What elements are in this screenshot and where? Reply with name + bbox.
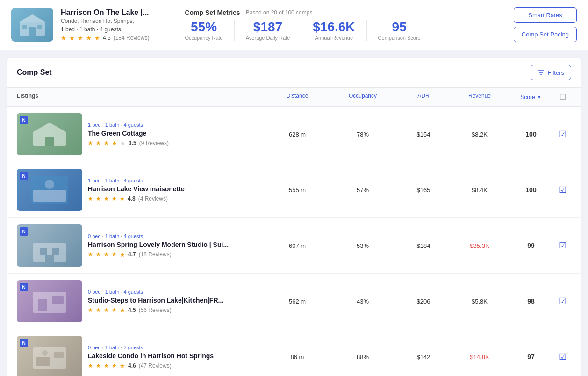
star-1: ★ bbox=[61, 35, 66, 42]
listing-thumb-3: N bbox=[17, 224, 82, 267]
listing-thumb-2: N bbox=[17, 169, 82, 211]
s1: ★ bbox=[88, 362, 93, 369]
listing-thumb-5: N bbox=[17, 336, 82, 376]
r3-adr: $184 bbox=[395, 242, 452, 249]
r2-checkbox[interactable]: ☑ bbox=[554, 185, 571, 195]
table-header: Listings Distance Occupancy ADR Revenue … bbox=[7, 88, 581, 107]
listing-name-2[interactable]: Harrison Lake View maisonette bbox=[88, 185, 265, 193]
r1-score: 100 bbox=[508, 130, 554, 138]
s5: ★ bbox=[120, 140, 126, 147]
s4: ★ bbox=[112, 307, 117, 313]
r2-rating: 4.8 bbox=[128, 195, 136, 202]
listing-info-4: 0 bed · 1 bath · 4 guests Studio-Steps t… bbox=[88, 289, 265, 314]
score-label: Comparison Score bbox=[378, 35, 421, 41]
r4-checkbox[interactable]: ☑ bbox=[554, 296, 571, 306]
listing-rating-3: ★ ★ ★ ★ ★ 4.7 (18 Reviews) bbox=[88, 251, 265, 258]
listing-info-2: 1 bed · 1 bath · 4 guests Harrison Lake … bbox=[88, 178, 265, 202]
r3-reviews: (18 Reviews) bbox=[139, 251, 172, 258]
reviews-count: 184 Reviews bbox=[115, 35, 148, 41]
svg-rect-15 bbox=[40, 248, 47, 255]
filter-icon bbox=[538, 69, 545, 76]
listing-name-4[interactable]: Studio-Steps to Harrison Lake|Kitchen|FR… bbox=[88, 296, 265, 304]
listing-thumb-4: N bbox=[17, 280, 82, 322]
r3-checkbox[interactable]: ☑ bbox=[554, 240, 571, 251]
svg-point-13 bbox=[45, 180, 54, 189]
metrics-based-on: Based on 20 of 100 comps bbox=[246, 9, 313, 16]
listing-left-4: N 0 bed · 1 bath · 4 guests Studio-Steps… bbox=[17, 280, 265, 322]
occupancy-label: Occupancy Rate bbox=[185, 35, 222, 41]
r4-adr: $206 bbox=[395, 298, 452, 305]
col-adr[interactable]: ADR bbox=[395, 93, 452, 101]
svg-marker-1 bbox=[20, 14, 45, 22]
listing-row: N 1 bed · 1 bath · 4 guests Harrison Lak… bbox=[7, 162, 581, 218]
s3: ★ bbox=[104, 307, 109, 313]
col-revenue[interactable]: Revenue bbox=[452, 93, 508, 101]
s1: ★ bbox=[88, 195, 93, 202]
adr-value: $187 bbox=[246, 20, 290, 35]
listing-left-1: N 1 bed · 1 bath · 4 guests The Green Co… bbox=[17, 113, 265, 155]
check-all-checkbox[interactable]: ☐ bbox=[559, 93, 566, 101]
s2: ★ bbox=[96, 307, 101, 313]
s3: ★ bbox=[104, 251, 109, 258]
property-rating-value: 4.5 bbox=[103, 35, 111, 41]
comp-set-pacing-button[interactable]: Comp Set Pacing bbox=[514, 27, 577, 42]
metrics-title-row: Comp Set Metrics Based on 20 of 100 comp… bbox=[185, 9, 312, 16]
listing-name-5[interactable]: Lakeside Condo in Harrison Hot Springs bbox=[88, 352, 265, 360]
s2: ★ bbox=[96, 362, 101, 369]
star-4: ★ bbox=[86, 35, 92, 42]
s1: ★ bbox=[88, 251, 93, 258]
listing-specs-2: 1 bed · 1 bath · 4 guests bbox=[88, 178, 265, 183]
svg-rect-3 bbox=[22, 25, 27, 29]
svg-point-24 bbox=[42, 350, 48, 356]
col-checkbox: ☐ bbox=[554, 93, 571, 101]
listing-info-3: 0 bed · 1 bath · 4 guests Harrison Sprin… bbox=[88, 233, 265, 258]
metrics-row: 55% Occupancy Rate $187 Average Daily Ra… bbox=[185, 20, 431, 41]
r5-occupancy: 88% bbox=[330, 354, 395, 361]
occupancy-value: 55% bbox=[185, 20, 222, 35]
listing-name-1[interactable]: The Green Cottage bbox=[88, 130, 265, 137]
property-thumb-art bbox=[11, 8, 53, 42]
metrics-section: Comp Set Metrics Based on 20 of 100 comp… bbox=[185, 9, 431, 41]
s4: ★ bbox=[112, 140, 117, 147]
col-distance[interactable]: Distance bbox=[265, 93, 330, 101]
r5-checkbox[interactable]: ☑ bbox=[554, 352, 571, 362]
s5: ★ bbox=[120, 307, 125, 314]
filters-button[interactable]: Filters bbox=[531, 65, 571, 80]
svg-rect-22 bbox=[36, 357, 50, 366]
smart-rates-button[interactable]: Smart Rates bbox=[514, 7, 577, 23]
svg-rect-12 bbox=[33, 190, 66, 202]
r2-distance: 555 m bbox=[265, 187, 330, 194]
svg-rect-23 bbox=[54, 352, 64, 358]
col-score[interactable]: Score ▼ bbox=[508, 93, 554, 101]
s5: ★ bbox=[120, 251, 125, 258]
s5: ★ bbox=[120, 195, 125, 202]
r1-revenue: $8.2K bbox=[452, 131, 508, 138]
r3-rating: 4.7 bbox=[128, 251, 136, 258]
r5-revenue: $14.8K bbox=[452, 354, 508, 361]
svg-rect-20 bbox=[52, 296, 64, 304]
listing-info-5: 0 bed · 1 bath · 3 guests Lakeside Condo… bbox=[88, 345, 265, 369]
metric-adr: $187 Average Daily Rate bbox=[235, 20, 302, 41]
listing-name-3[interactable]: Harrison Spring Lovely Modern Studio | S… bbox=[88, 241, 265, 248]
r4-score: 98 bbox=[508, 297, 554, 305]
svg-rect-2 bbox=[29, 27, 36, 36]
s4: ★ bbox=[112, 195, 117, 202]
adr-label: Average Daily Rate bbox=[246, 35, 290, 41]
r3-occupancy: 53% bbox=[330, 242, 395, 249]
r1-checkbox[interactable]: ☑ bbox=[554, 129, 571, 139]
listing-specs-5: 0 bed · 1 bath · 3 guests bbox=[88, 345, 265, 350]
svg-rect-4 bbox=[37, 25, 42, 29]
listing-rating-4: ★ ★ ★ ★ ★ 4.5 (56 Reviews) bbox=[88, 307, 265, 314]
s4: ★ bbox=[112, 362, 117, 369]
r1-rating: 3.5 bbox=[129, 140, 136, 146]
s5: ★ bbox=[120, 362, 125, 369]
r1-reviews: (9 Reviews) bbox=[139, 140, 169, 146]
col-occupancy[interactable]: Occupancy bbox=[330, 93, 395, 101]
s3: ★ bbox=[104, 140, 109, 146]
listing-specs-3: 0 bed · 1 bath · 4 guests bbox=[88, 233, 265, 239]
r2-reviews: (4 Reviews) bbox=[138, 195, 168, 202]
revenue-value: $16.6K bbox=[313, 20, 355, 35]
listing-row: N 0 bed · 1 bath · 3 guests Lakeside Con… bbox=[7, 329, 581, 376]
r5-reviews: (47 Reviews) bbox=[139, 362, 172, 369]
metrics-title: Comp Set Metrics bbox=[185, 9, 240, 16]
